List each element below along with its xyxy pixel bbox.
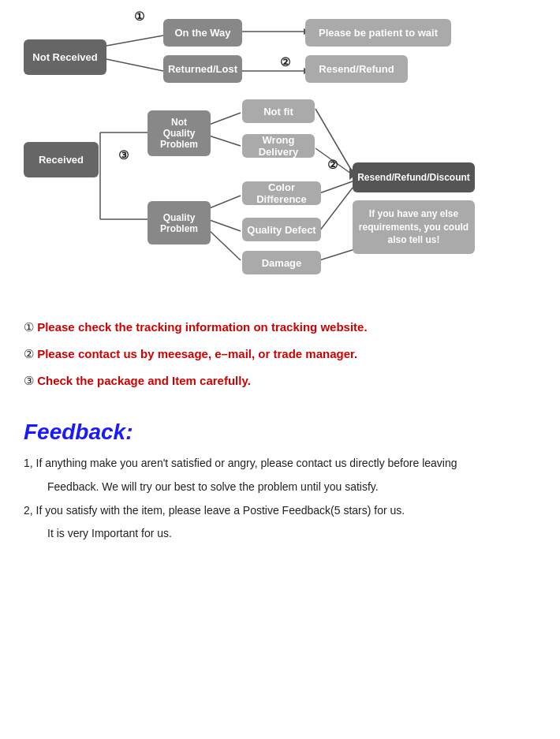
box-on-the-way: On the Way [163, 19, 242, 47]
svg-line-16 [207, 229, 241, 260]
circle-2-top-label: ② [280, 55, 290, 69]
note-2-text: Please contact us by meesage, e–mail, or… [37, 347, 357, 360]
feedback-item-2-main: 2, If you satisfy with the item, please … [24, 502, 536, 521]
svg-line-19 [319, 248, 357, 260]
feedback-item-2-sub: It is very Important for us. [24, 524, 536, 543]
box-quality-problem: Quality Problem [147, 201, 211, 244]
box-damage: Damage [242, 251, 321, 274]
box-wrong-delivery: Wrong Delivery [242, 134, 315, 158]
svg-line-1 [106, 59, 163, 71]
box-not-quality-problem: Not Quality Problem [147, 110, 211, 156]
note-1-num: ① [24, 320, 37, 334]
note-3-text: Check the package and Item carefully. [37, 374, 251, 387]
box-if-you-have: If you have any else requirements, you c… [353, 200, 475, 254]
svg-line-18 [319, 188, 353, 231]
svg-line-17 [319, 181, 353, 193]
note-2: ② Please contact us by meesage, e–mail, … [24, 342, 536, 366]
circle-2-bottom-label: ② [327, 158, 338, 172]
svg-line-15 [207, 219, 241, 231]
box-resend-refund-top: Resend/Refund [305, 55, 408, 83]
box-not-fit: Not fit [242, 99, 315, 123]
feedback-item-1-main: 1, If anything make you aren't satisfied… [24, 454, 536, 473]
feedback-section: Feedback: 1, If anything make you aren't… [12, 404, 548, 556]
box-received: Received [24, 142, 99, 177]
circle-1-label: ① [134, 9, 144, 24]
box-quality-defect: Quality Defect [242, 218, 321, 241]
box-returned-lost: Returned/Lost [163, 55, 242, 83]
note-3: ③ Check the package and Item carefully. [24, 369, 536, 393]
note-1-text: Please check the tracking information on… [37, 320, 367, 334]
note-2-num: ② [24, 347, 37, 360]
box-resend-refund-discount: Resend/Refund/Discount [353, 162, 475, 192]
box-please-wait: Please be patient to wait [305, 19, 451, 47]
note-1: ① Please check the tracking information … [24, 315, 536, 339]
svg-line-14 [207, 196, 241, 209]
feedback-body: 1, If anything make you aren't satisfied… [24, 454, 536, 543]
svg-line-11 [209, 136, 241, 146]
notes-section: ① Please check the tracking information … [12, 308, 548, 404]
feedback-item-1-sub: Feedback. We will try our best to solve … [24, 478, 536, 497]
feedback-title: Feedback: [24, 420, 536, 445]
flowchart: ① ② ③ ② Not Received On the Way Returned… [12, 8, 548, 300]
box-not-received: Not Received [24, 39, 106, 75]
box-color-difference: Color Difference [242, 181, 321, 205]
svg-line-10 [209, 113, 241, 125]
circle-3-label: ③ [118, 148, 129, 162]
note-3-num: ③ [24, 374, 37, 387]
svg-line-0 [106, 35, 163, 46]
